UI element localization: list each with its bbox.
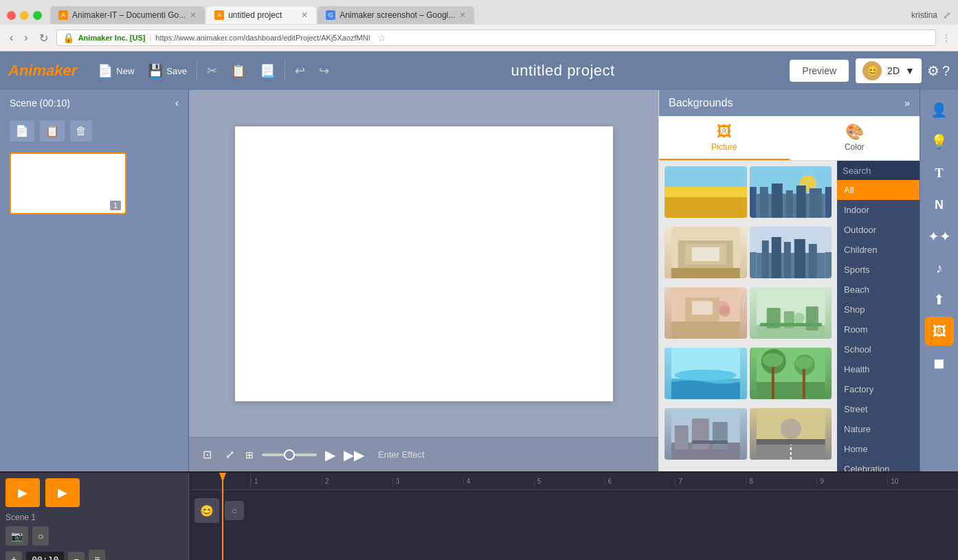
scene-add-btn[interactable]: 📄 [10, 120, 34, 142]
character-panel-btn[interactable]: 👤 [925, 96, 954, 124]
track-eye-btn[interactable]: ○ [225, 501, 244, 520]
track-character-icon[interactable]: 😊 [194, 498, 219, 523]
tab-color[interactable]: 🎨 Color [790, 116, 920, 160]
scene-row-btn[interactable]: ≡ [89, 550, 105, 560]
heading-panel-btn[interactable]: N [925, 190, 954, 219]
category-shop[interactable]: Shop [837, 300, 920, 320]
svg-rect-47 [692, 418, 709, 449]
idea-panel-btn[interactable]: 💡 [925, 127, 954, 156]
undo-button[interactable]: ↩ [288, 59, 312, 82]
category-street[interactable]: Street [837, 399, 920, 419]
forward-btn[interactable]: › [21, 30, 30, 45]
category-school[interactable]: School [837, 339, 920, 359]
upload-panel-btn[interactable]: ⬆ [925, 285, 954, 314]
maximize-icon[interactable]: ⤢ [943, 10, 951, 21]
add-scene-btn[interactable]: + [5, 551, 22, 560]
bg-item-tropical[interactable] [750, 348, 832, 399]
mode-chevron-icon: ▼ [905, 65, 915, 76]
browser-menu-icon[interactable]: ⋮ [942, 32, 951, 43]
bg-item-lab[interactable] [750, 287, 832, 339]
svg-rect-11 [692, 247, 720, 261]
category-celebration[interactable]: Celebration [837, 459, 920, 471]
save-label: Save [166, 66, 187, 76]
tab-close-animaker-doc[interactable]: ✕ [190, 10, 197, 20]
category-room[interactable]: Room [837, 320, 920, 339]
category-sports[interactable]: Sports [837, 260, 920, 280]
scene-circle-btn[interactable]: ○ [32, 526, 49, 546]
reload-btn[interactable]: ↻ [36, 30, 51, 46]
bookmark-icon[interactable]: ☆ [377, 32, 386, 43]
minimize-window-btn[interactable] [20, 11, 29, 20]
save-button[interactable]: 💾 Save [141, 59, 194, 82]
timeline-tracks: 😊 ○ [189, 490, 958, 531]
tab-close-screenshot[interactable]: ✕ [459, 10, 466, 20]
bg-item-beach[interactable] [665, 166, 747, 218]
scene-actions: 📄 📋 🗑 [0, 116, 188, 146]
play-all-btn[interactable]: ▶▶ [344, 447, 364, 463]
category-home[interactable]: Home [837, 439, 920, 459]
redo-button[interactable]: ↪ [312, 59, 336, 82]
bg-item-room[interactable] [665, 287, 747, 339]
favicon-drive: G [326, 10, 335, 20]
fullscreen-btn[interactable]: ⤢ [223, 445, 237, 464]
bg-search-input[interactable] [843, 166, 920, 176]
grid-btn[interactable]: ⊞ [245, 449, 254, 460]
text-panel-btn[interactable]: T [925, 159, 954, 188]
category-children[interactable]: Children [837, 240, 920, 260]
effects-panel-btn[interactable]: ✦✦ [925, 222, 954, 251]
category-all[interactable]: All [837, 180, 920, 200]
bg-item-cityscape2[interactable] [750, 227, 832, 278]
copy-button[interactable]: 📋 [224, 59, 253, 82]
maximize-window-btn[interactable] [33, 11, 42, 20]
bg-item-city[interactable] [750, 166, 832, 218]
svg-rect-50 [692, 440, 728, 444]
theme-panel-btn[interactable]: ◼ [925, 348, 954, 377]
category-indoor[interactable]: Indoor [837, 200, 920, 220]
zoom-slider[interactable] [262, 453, 317, 456]
bg-item-office[interactable] [665, 227, 747, 278]
svg-rect-6 [796, 186, 805, 218]
play-scene-button[interactable]: ▶ [5, 478, 40, 507]
minus-time-btn[interactable]: − [68, 552, 85, 561]
tab-picture[interactable]: 🖼 Picture [659, 116, 790, 160]
bg-item-pool[interactable] [665, 348, 747, 399]
play-scene-btn[interactable]: ▶ [325, 447, 335, 463]
fit-screen-btn[interactable]: ⊡ [200, 445, 214, 464]
expand-backgrounds-btn[interactable]: » [904, 98, 910, 109]
help-button[interactable]: ? [942, 63, 950, 79]
window-controls[interactable] [7, 11, 42, 20]
close-window-btn[interactable] [7, 11, 16, 20]
paste-button[interactable]: 📃 [253, 59, 282, 82]
back-btn[interactable]: ‹ [7, 30, 16, 45]
address-url: https://www.animaker.com/dashboard/editP… [155, 34, 370, 42]
settings-button[interactable]: ⚙ [927, 63, 939, 79]
scene-camera-btn[interactable]: 📷 [5, 526, 28, 546]
canvas-toolbar: ⊡ ⤢ ⊞ ▶ ▶▶ Enter Effect [189, 437, 658, 471]
mode-selector[interactable]: 😊 2D ▼ [856, 58, 922, 83]
scene-thumbnail-1[interactable]: 1 [10, 153, 126, 214]
browser-tab-animaker-doc[interactable]: A Animaker-IT – Documenti Go... ✕ [50, 6, 205, 24]
browser-tab-screenshot[interactable]: G Animaker screenshot – Googl... ✕ [318, 6, 474, 24]
category-nature[interactable]: Nature [837, 419, 920, 439]
category-health[interactable]: Health [837, 359, 920, 379]
browser-tab-untitled[interactable]: A untitled project ✕ [206, 6, 316, 24]
play-all-button[interactable]: ▶ [45, 478, 80, 507]
canvas[interactable] [235, 126, 613, 401]
scene-delete-btn[interactable]: 🗑 [70, 120, 92, 142]
tab-close-untitled[interactable]: ✕ [301, 10, 308, 20]
bg-item-road[interactable] [750, 408, 832, 460]
canvas-container [189, 90, 658, 437]
scene-collapse-btn[interactable]: ‹ [175, 97, 179, 109]
category-outdoor[interactable]: Outdoor [837, 220, 920, 240]
category-factory[interactable]: Factory [837, 379, 920, 399]
scene-duplicate-btn[interactable]: 📋 [40, 120, 65, 142]
new-button[interactable]: 📄 New [91, 59, 141, 82]
category-beach[interactable]: Beach [837, 280, 920, 300]
cut-button[interactable]: ✂ [200, 59, 224, 82]
music-panel-btn[interactable]: ♪ [925, 254, 954, 282]
svg-point-36 [675, 370, 737, 381]
preview-button[interactable]: Preview [790, 60, 849, 82]
bg-item-terminal[interactable] [665, 408, 747, 460]
background-panel-btn[interactable]: 🖼 [925, 317, 954, 346]
toolbar-separator-2 [285, 60, 285, 81]
